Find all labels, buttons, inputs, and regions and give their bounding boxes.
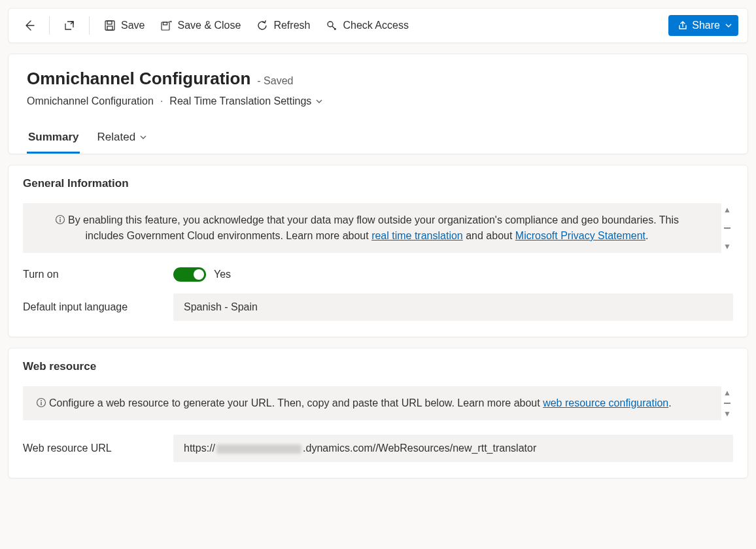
svg-point-10 bbox=[41, 400, 42, 401]
web-resource-url-input[interactable]: https://.dynamics.com//WebResources/new_… bbox=[173, 435, 733, 462]
info-icon bbox=[55, 214, 65, 225]
section-heading: General Information bbox=[23, 177, 733, 190]
svg-rect-8 bbox=[60, 219, 60, 222]
save-close-icon bbox=[160, 20, 172, 31]
tab-list: Summary Related bbox=[27, 124, 729, 154]
scroll-up-icon[interactable]: ▲ bbox=[723, 206, 731, 214]
link-real-time-translation[interactable]: real time translation bbox=[371, 230, 463, 241]
separator bbox=[89, 16, 90, 35]
save-icon bbox=[104, 20, 116, 31]
tab-related[interactable]: Related bbox=[95, 124, 148, 154]
info-text-1: Configure a web resource to generate you… bbox=[49, 397, 543, 408]
info-text-2: . bbox=[668, 397, 671, 408]
svg-rect-0 bbox=[105, 21, 114, 30]
svg-rect-4 bbox=[163, 22, 167, 25]
share-button[interactable]: Share bbox=[668, 15, 738, 36]
section-web-resource: Web resource Configure a web resource to… bbox=[8, 348, 748, 478]
record-header: Omnichannel Configuration - Saved Omnich… bbox=[8, 54, 748, 154]
svg-rect-3 bbox=[162, 22, 169, 30]
refresh-button[interactable]: Refresh bbox=[250, 16, 317, 35]
open-new-window-button[interactable] bbox=[58, 14, 81, 37]
breadcrumb-separator: · bbox=[160, 95, 163, 107]
url-suffix: .dynamics.com//WebResources/new_rtt_tran… bbox=[303, 442, 536, 454]
info-banner: By enabling this feature, you acknowledg… bbox=[23, 203, 721, 253]
toggle-knob bbox=[194, 269, 204, 280]
command-bar: Save Save & Close Refresh Check Access S… bbox=[8, 8, 748, 43]
scroll-bar-icon bbox=[724, 403, 730, 404]
chevron-down-icon bbox=[315, 97, 323, 105]
svg-rect-11 bbox=[41, 402, 41, 405]
scroll-down-icon[interactable]: ▼ bbox=[723, 242, 731, 250]
tab-summary[interactable]: Summary bbox=[27, 124, 80, 154]
breadcrumb-form-label: Real Time Translation Settings bbox=[169, 95, 311, 107]
page-title: Omnichannel Configuration bbox=[27, 69, 250, 89]
save-label: Save bbox=[121, 20, 145, 31]
share-label: Share bbox=[692, 20, 720, 31]
refresh-icon bbox=[256, 20, 268, 31]
separator bbox=[49, 16, 50, 35]
svg-point-7 bbox=[60, 217, 61, 218]
save-status: - Saved bbox=[257, 75, 293, 87]
arrow-left-icon bbox=[23, 19, 36, 32]
web-resource-url-label: Web resource URL bbox=[23, 442, 173, 454]
link-web-resource-configuration[interactable]: web resource configuration bbox=[543, 397, 668, 408]
tab-related-label: Related bbox=[97, 131, 135, 144]
chevron-down-icon bbox=[725, 22, 732, 29]
back-button[interactable] bbox=[18, 14, 41, 37]
default-language-value: Spanish - Spain bbox=[184, 301, 258, 312]
info-text-3: . bbox=[645, 230, 648, 241]
scroll-indicator: ▲ ▼ bbox=[721, 386, 733, 420]
breadcrumb-entity[interactable]: Omnichannel Configuration bbox=[27, 95, 154, 107]
url-redacted-segment bbox=[216, 444, 301, 454]
url-prefix: https:// bbox=[184, 442, 215, 454]
info-text-2: and about bbox=[463, 230, 515, 241]
tab-summary-label: Summary bbox=[28, 131, 78, 144]
chevron-down-icon bbox=[139, 133, 147, 141]
svg-rect-2 bbox=[107, 26, 112, 30]
breadcrumb-form-selector[interactable]: Real Time Translation Settings bbox=[169, 95, 323, 107]
link-privacy-statement[interactable]: Microsoft Privacy Statement bbox=[515, 230, 645, 241]
turn-on-label: Turn on bbox=[23, 269, 173, 280]
default-language-label: Default input language bbox=[23, 301, 173, 313]
svg-rect-1 bbox=[107, 21, 112, 24]
check-access-icon bbox=[326, 20, 337, 31]
scroll-bar-icon bbox=[724, 227, 730, 229]
check-access-label: Check Access bbox=[343, 20, 408, 31]
save-close-button[interactable]: Save & Close bbox=[154, 16, 247, 35]
scroll-up-icon[interactable]: ▲ bbox=[723, 389, 731, 397]
share-icon bbox=[678, 20, 688, 31]
info-icon bbox=[36, 397, 46, 408]
popout-icon bbox=[63, 20, 75, 31]
check-access-button[interactable]: Check Access bbox=[319, 16, 415, 35]
refresh-label: Refresh bbox=[273, 20, 310, 31]
info-banner: Configure a web resource to generate you… bbox=[23, 386, 721, 420]
save-close-label: Save & Close bbox=[177, 20, 241, 31]
turn-on-value: Yes bbox=[214, 269, 231, 280]
turn-on-toggle[interactable] bbox=[173, 267, 206, 282]
default-language-select[interactable]: Spanish - Spain bbox=[173, 293, 733, 321]
section-heading: Web resource bbox=[23, 360, 733, 373]
section-general-information: General Information By enabling this fea… bbox=[8, 165, 748, 337]
scroll-down-icon[interactable]: ▼ bbox=[723, 410, 731, 418]
save-button[interactable]: Save bbox=[97, 16, 151, 35]
scroll-indicator: ▲ ▼ bbox=[721, 203, 733, 253]
breadcrumb: Omnichannel Configuration · Real Time Tr… bbox=[27, 95, 729, 107]
svg-point-5 bbox=[328, 22, 333, 27]
